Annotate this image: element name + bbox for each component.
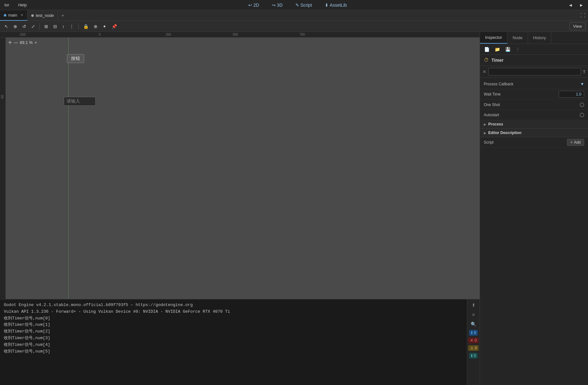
zoom-plus-button[interactable]: + [34, 40, 37, 45]
filter-type-button[interactable]: T [583, 69, 585, 74]
tab-history[interactable]: History [528, 32, 551, 44]
tool-more[interactable]: ⋮ [68, 23, 76, 30]
console-search-icon[interactable]: 🔍 [469, 320, 477, 328]
one-shot-label: One Shot [484, 103, 580, 107]
tab-add-button[interactable]: + [58, 13, 67, 18]
canvas-input-element: 请输入 [64, 97, 96, 106]
process-callback-value[interactable]: ▼ [580, 82, 584, 86]
inspector-open-icon[interactable]: 📁 [493, 46, 502, 53]
tab-history-label: History [533, 35, 546, 40]
menu-bar: tor Help ↩ 2D ↪ 3D ✎ Script ⬇ AssetLib ◄… [0, 0, 588, 10]
tab-node-label: Node [512, 35, 522, 40]
console-line-6: 收到Timer信号,num[3] [4, 335, 463, 342]
one-shot-circle[interactable] [580, 103, 584, 107]
timer-header: ⏱ Timer [480, 55, 588, 66]
badge-info-count: 9 [474, 331, 476, 335]
fullscreen-button[interactable]: ⛶ [580, 13, 585, 18]
zoom-value: 89.1 % [20, 40, 33, 45]
mode-assetlib[interactable]: ⬇ AssetLib [322, 1, 350, 9]
zoom-minus-button[interactable]: — [14, 40, 18, 45]
property-one-shot: One Shot [480, 100, 588, 110]
mode-3d[interactable]: ↪ 3D [269, 1, 285, 9]
wait-time-input[interactable] [559, 91, 584, 98]
tool-lock[interactable]: 🔒 [81, 23, 91, 30]
section-process-arrow: ▶ [484, 123, 486, 126]
next-arrow-button[interactable]: ► [577, 2, 585, 8]
console-line-8: 收到Timer信号,num[5] [4, 348, 463, 355]
tab-test-node[interactable]: test_node [27, 10, 58, 21]
property-list: Process Callback ▼ Wait Time One Shot Au… [480, 78, 588, 385]
console-output: Godot Engine v4.2.1.stable.mono.official… [0, 299, 467, 385]
filter-input[interactable] [488, 68, 581, 75]
console-upload-icon[interactable]: ⬆ [470, 301, 477, 309]
console-line-4: 收到Timer信号,num[1] [4, 322, 463, 328]
tab-main-close[interactable]: ✕ [20, 13, 23, 17]
mode-script-label: Script [301, 3, 312, 8]
menu-item-help[interactable]: Help [16, 1, 29, 9]
badge-error[interactable]: ✕ 0 [468, 338, 479, 343]
add-script-button[interactable]: + Add [567, 139, 584, 146]
tool-scale[interactable]: ⤢ [29, 23, 37, 30]
tab-main[interactable]: main ✕ [0, 10, 27, 21]
timer-node-title: Timer [491, 58, 504, 63]
tool-anchor[interactable]: ✦ [101, 23, 108, 30]
console-list-icon[interactable]: ≡ [471, 311, 476, 318]
menu-item-tor[interactable]: tor [3, 1, 11, 9]
console-sidebar-toolbar: ⬆ ≡ 🔍 ℹ 9 ✕ 0 ⚠ 0 ℹ 0 [467, 299, 480, 385]
canvas-inner: ✛ — 89.1 % + 按钮 请输入 [6, 38, 480, 299]
mode-buttons: ↩ 2D ↪ 3D ✎ Script ⬇ AssetLib [34, 1, 561, 9]
ruler-mark-250: 250 [166, 33, 171, 36]
add-script-label: Add [574, 140, 581, 145]
mode-script[interactable]: ✎ Script [293, 1, 315, 9]
mode-2d[interactable]: ↩ 2D [246, 1, 262, 9]
filter-clear-button[interactable]: ✕ [483, 69, 486, 74]
mode-2d-label: 2D [253, 3, 259, 8]
viewport-canvas[interactable]: ✛ — 89.1 % + 按钮 请输入 [6, 38, 480, 299]
filter-bar: ✕ T [480, 66, 588, 78]
menu-right-controls: ◄ ► [566, 2, 585, 8]
badge-warning[interactable]: ⚠ 0 [468, 345, 479, 351]
tool-move[interactable]: ⊕ [11, 23, 19, 30]
tool-pin[interactable]: 📌 [110, 23, 119, 30]
crosshair-icon: ✛ [8, 40, 12, 45]
section-editor-description[interactable]: ▶ Editor Description [480, 129, 588, 137]
tab-inspector-label: Inspector [485, 35, 502, 40]
tab-inspector[interactable]: Inspector [480, 32, 507, 44]
zoom-indicator: ✛ — 89.1 % + [8, 40, 37, 45]
tool-group[interactable]: ⊕ [92, 23, 99, 30]
inspector-new-icon[interactable]: 📄 [483, 46, 491, 53]
console-line-7: 收到Timer信号,num[4] [4, 342, 463, 348]
inspector-more-icon[interactable]: ⋮ [514, 46, 522, 53]
autostart-toggle[interactable] [580, 113, 584, 117]
inspector-save-icon[interactable]: 💾 [504, 46, 512, 53]
tool-select[interactable]: ↖ [3, 23, 10, 30]
mode-assetlib-label: AssetLib [330, 3, 347, 8]
property-wait-time: Wait Time [480, 89, 588, 100]
script-label: Script [484, 140, 567, 145]
badge-debug[interactable]: ℹ 0 [469, 353, 478, 359]
tab-test-node-dot [31, 14, 34, 17]
wait-time-label: Wait Time [484, 92, 559, 96]
badge-info[interactable]: ℹ 9 [469, 330, 478, 336]
tool-pan[interactable]: ↕ [60, 23, 66, 30]
section-process[interactable]: ▶ Process [480, 120, 588, 129]
tool-rotate[interactable]: ↺ [20, 23, 28, 30]
tab-node[interactable]: Node [507, 32, 528, 44]
view-button[interactable]: View [570, 22, 585, 30]
one-shot-toggle[interactable] [580, 103, 584, 107]
main-area: -250 0 250 500 750 -50 ✛ — 89.1 [0, 32, 588, 385]
tool-snap-nodes[interactable]: ⊟ [51, 23, 59, 30]
console-line-3: 收到Timer信号,num[0] [4, 315, 463, 322]
section-process-title: Process [488, 122, 503, 126]
ruler-mark-500: 500 [233, 33, 238, 36]
crosshair-vertical [68, 38, 69, 299]
autostart-circle[interactable] [580, 113, 584, 117]
prev-arrow-button[interactable]: ◄ [566, 2, 575, 8]
canvas-button-element[interactable]: 按钮 [67, 54, 84, 63]
badge-info-icon: ℹ [471, 331, 473, 335]
console-line-0: Godot Engine v4.2.1.stable.mono.official… [4, 302, 463, 309]
add-script-plus-icon: + [570, 140, 573, 145]
tool-snap-grid[interactable]: ⊞ [42, 23, 50, 30]
badge-warning-count: 0 [475, 346, 477, 350]
ruler-horizontal: -250 0 250 500 750 [0, 32, 480, 38]
